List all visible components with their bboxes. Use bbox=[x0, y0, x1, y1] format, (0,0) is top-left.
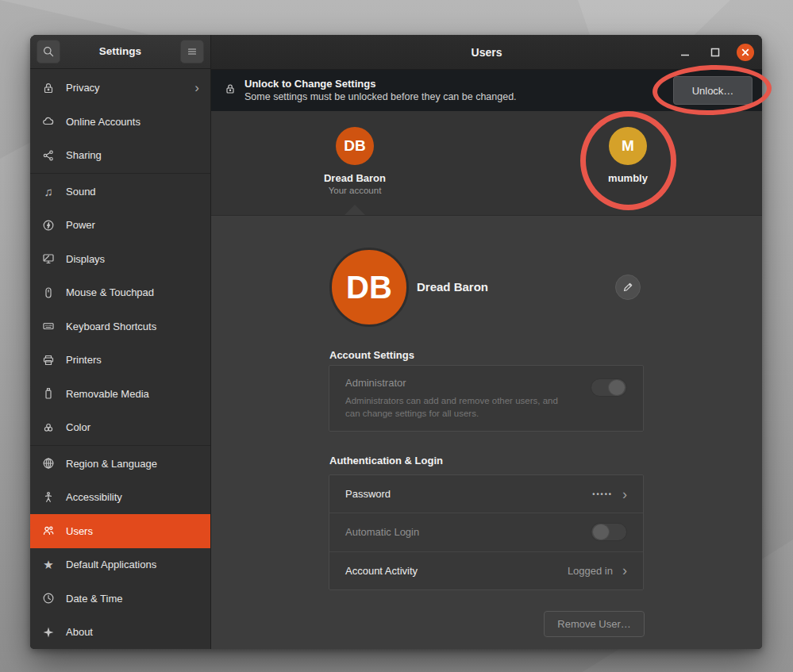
user-name: mumbly bbox=[608, 172, 648, 184]
accessibility-icon bbox=[41, 490, 56, 505]
section-heading-account-settings: Account Settings bbox=[329, 349, 414, 361]
description-line: can change settings for all users. bbox=[345, 409, 479, 418]
hamburger-icon bbox=[186, 45, 198, 58]
sidebar-item-region-language[interactable]: Region & Language bbox=[30, 447, 210, 481]
account-activity-value: Logged in bbox=[568, 565, 613, 577]
lock-icon bbox=[224, 83, 244, 98]
unlock-banner: Unlock to Change Settings Some settings … bbox=[211, 70, 762, 111]
sidebar-item-mouse-touchpad[interactable]: Mouse & Touchpad bbox=[30, 276, 210, 310]
sidebar-title: Settings bbox=[60, 45, 180, 57]
sidebar-item-label: Color bbox=[66, 421, 199, 433]
sidebar-header: Settings bbox=[30, 35, 210, 69]
avatar: DB bbox=[336, 127, 374, 165]
auth-login-card: Password ••••• › Automatic Login Account… bbox=[329, 474, 644, 590]
banner-text: Unlock to Change Settings Some settings … bbox=[244, 77, 673, 103]
sidebar-item-label: Privacy bbox=[66, 82, 194, 94]
banner-title: Unlock to Change Settings bbox=[244, 77, 673, 91]
account-activity-row[interactable]: Account Activity Logged in › bbox=[329, 551, 643, 589]
sparkle-icon bbox=[41, 625, 56, 639]
sidebar-item-color[interactable]: Color bbox=[30, 411, 210, 445]
printer-icon bbox=[41, 353, 56, 367]
password-row[interactable]: Password ••••• › bbox=[329, 475, 643, 513]
automatic-login-row: Automatic Login bbox=[329, 513, 643, 551]
carousel-user-dread-baron[interactable]: DB Dread Baron Your account bbox=[299, 127, 410, 195]
window-controls bbox=[676, 35, 754, 70]
sidebar-item-label: Region & Language bbox=[66, 458, 199, 470]
sidebar-item-label: Mouse & Touchpad bbox=[66, 286, 199, 298]
minimize-button[interactable] bbox=[676, 44, 694, 61]
administrator-label: Administrator bbox=[345, 377, 627, 389]
music-note-icon: ♫ bbox=[41, 184, 56, 198]
close-button[interactable] bbox=[737, 44, 754, 61]
search-icon bbox=[42, 45, 55, 58]
sidebar-separator bbox=[30, 445, 210, 446]
remove-user-button[interactable]: Remove User… bbox=[544, 611, 645, 637]
sidebar-item-privacy[interactable]: Privacy › bbox=[30, 71, 210, 106]
chevron-right-icon: › bbox=[622, 487, 627, 501]
main-panel: Users Unlock to Change Settings Some set… bbox=[211, 35, 762, 649]
users-icon bbox=[41, 524, 56, 538]
sidebar-item-about[interactable]: About bbox=[30, 616, 210, 650]
chevron-right-icon: › bbox=[622, 563, 627, 578]
row-label: Password bbox=[345, 488, 592, 500]
user-name: Dread Baron bbox=[324, 172, 386, 184]
account-name: Dread Baron bbox=[417, 280, 488, 294]
sidebar-item-label: Printers bbox=[66, 354, 199, 366]
sidebar-item-accessibility[interactable]: Accessibility bbox=[30, 481, 210, 515]
sidebar-item-label: Sharing bbox=[66, 149, 199, 161]
search-button[interactable] bbox=[37, 40, 60, 63]
sidebar-item-printers[interactable]: Printers bbox=[30, 344, 210, 378]
unlock-button[interactable]: Unlock… bbox=[673, 76, 753, 105]
sidebar-list: Privacy › Online Accounts Sharing ♫ Soun… bbox=[30, 69, 210, 650]
sidebar-item-date-time[interactable]: Date & Time bbox=[30, 582, 210, 616]
mouse-icon bbox=[41, 286, 56, 300]
star-icon: ★ bbox=[41, 558, 56, 572]
selected-user-arrow bbox=[345, 205, 365, 215]
headerbar: Users bbox=[211, 35, 762, 70]
sidebar-item-users[interactable]: Users bbox=[30, 514, 210, 548]
removable-media-icon bbox=[41, 386, 56, 401]
user-carousel: DB Dread Baron Your account M mumbly bbox=[211, 111, 762, 216]
sidebar-item-sharing[interactable]: Sharing bbox=[30, 139, 210, 173]
avatar-large[interactable]: DB bbox=[329, 248, 409, 327]
rename-button[interactable] bbox=[615, 275, 641, 300]
sidebar-item-power[interactable]: Power bbox=[30, 209, 210, 243]
minimize-icon bbox=[676, 44, 694, 61]
display-icon bbox=[41, 252, 56, 266]
account-settings-card: Administrator Administrators can add and… bbox=[329, 365, 644, 432]
toggle-knob bbox=[592, 524, 610, 540]
sidebar-item-online-accounts[interactable]: Online Accounts bbox=[30, 105, 210, 139]
sidebar-item-sound[interactable]: ♫ Sound bbox=[30, 175, 210, 209]
banner-subtitle: Some settings must be unlocked before th… bbox=[244, 91, 673, 104]
sidebar-item-label: Users bbox=[66, 525, 199, 537]
sidebar-separator bbox=[30, 173, 210, 174]
sidebar-item-label: Sound bbox=[66, 186, 199, 198]
avatar: M bbox=[609, 127, 647, 165]
carousel-user-mumbly[interactable]: M mumbly bbox=[572, 127, 683, 184]
sidebar-item-label: Date & Time bbox=[66, 593, 199, 605]
chevron-right-icon: › bbox=[194, 81, 199, 94]
sidebar-item-default-applications[interactable]: ★ Default Applications bbox=[30, 548, 210, 582]
sidebar-item-label: Accessibility bbox=[66, 491, 199, 503]
sidebar-item-displays[interactable]: Displays bbox=[30, 242, 210, 276]
sidebar-item-label: Displays bbox=[66, 253, 199, 265]
administrator-description: Administrators can add and remove other … bbox=[345, 395, 627, 420]
clock-icon bbox=[41, 591, 56, 605]
cloud-icon bbox=[41, 114, 56, 129]
power-icon bbox=[41, 218, 56, 232]
maximize-button[interactable] bbox=[706, 44, 724, 61]
keyboard-icon bbox=[41, 319, 56, 333]
user-subtitle: Your account bbox=[329, 186, 382, 195]
menu-button[interactable] bbox=[180, 40, 204, 63]
sidebar-item-label: Keyboard Shortcuts bbox=[66, 321, 199, 332]
settings-window: Settings Privacy › Online Accounts Shari… bbox=[30, 35, 762, 649]
user-details: DB Dread Baron Account Settings Administ… bbox=[211, 216, 762, 649]
sidebar-item-removable-media[interactable]: Removable Media bbox=[30, 377, 210, 411]
sidebar-item-keyboard-shortcuts[interactable]: Keyboard Shortcuts bbox=[30, 309, 210, 344]
sidebar-item-label: About bbox=[66, 626, 199, 638]
color-icon bbox=[41, 420, 56, 435]
automatic-login-toggle[interactable] bbox=[591, 523, 627, 541]
close-icon bbox=[737, 44, 754, 61]
administrator-toggle[interactable] bbox=[591, 378, 627, 397]
globe-icon bbox=[41, 456, 56, 470]
